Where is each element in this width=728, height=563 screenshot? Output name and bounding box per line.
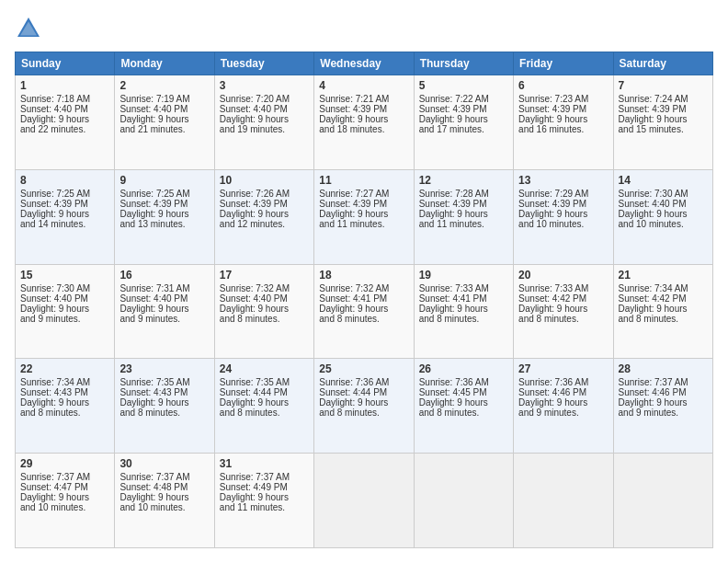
calendar-row: 8Sunrise: 7:25 AMSunset: 4:39 PMDaylight… [16,169,713,264]
calendar-cell: 1Sunrise: 7:18 AMSunset: 4:40 PMDaylight… [16,75,115,170]
cell-line: Sunset: 4:47 PM [20,482,109,492]
day-number: 8 [20,174,109,187]
cell-line: Daylight: 9 hours [419,209,508,219]
cell-line: Sunset: 4:40 PM [20,293,109,304]
cell-line: Daylight: 9 hours [220,397,309,408]
cell-line: Daylight: 9 hours [419,397,508,408]
calendar-cell: 24Sunrise: 7:35 AMSunset: 4:44 PMDayligh… [214,359,313,454]
cell-line: Daylight: 9 hours [319,114,408,124]
calendar-cell: 25Sunrise: 7:36 AMSunset: 4:44 PMDayligh… [314,359,414,454]
calendar-cell: 14Sunrise: 7:30 AMSunset: 4:40 PMDayligh… [613,169,712,264]
calendar-cell: 31Sunrise: 7:37 AMSunset: 4:49 PMDayligh… [214,454,313,548]
cell-line: Sunrise: 7:20 AM [220,94,309,104]
cell-line: Sunset: 4:39 PM [319,199,408,209]
cell-line: Daylight: 9 hours [20,304,109,314]
cell-line: Sunset: 4:40 PM [20,104,109,114]
cell-line: Sunset: 4:44 PM [220,387,309,397]
calendar-cell [613,454,712,548]
cell-line: Daylight: 9 hours [619,114,708,124]
cell-line: Sunrise: 7:37 AM [20,472,109,482]
cell-line: Daylight: 9 hours [119,114,209,124]
cell-line: Sunset: 4:42 PM [619,293,708,304]
calendar-cell: 20Sunrise: 7:33 AMSunset: 4:42 PMDayligh… [514,264,613,359]
cell-line: Daylight: 9 hours [518,397,608,408]
cell-line: Daylight: 9 hours [220,209,309,219]
cell-line: and 12 minutes. [220,219,309,229]
day-number: 30 [119,457,209,470]
day-number: 18 [319,269,408,282]
cell-line: Sunrise: 7:37 AM [220,472,309,482]
cell-line: Sunset: 4:40 PM [119,293,209,304]
cell-line: Sunset: 4:45 PM [419,387,508,397]
cell-line: Daylight: 9 hours [619,209,708,219]
cell-line: and 8 minutes. [419,408,508,418]
cell-line: Sunrise: 7:35 AM [119,377,209,387]
day-number: 5 [419,79,508,92]
cell-line: Sunset: 4:44 PM [319,387,408,397]
calendar-table: SundayMondayTuesdayWednesdayThursdayFrid… [15,52,713,548]
day-number: 26 [419,362,508,375]
calendar-row: 29Sunrise: 7:37 AMSunset: 4:47 PMDayligh… [16,454,713,548]
cell-line: Sunrise: 7:28 AM [419,189,508,199]
cell-line: and 8 minutes. [20,408,109,418]
header-cell-thursday: Thursday [414,52,513,75]
cell-line: Sunrise: 7:23 AM [518,94,608,104]
calendar-cell: 22Sunrise: 7:34 AMSunset: 4:43 PMDayligh… [16,359,115,454]
cell-line: Sunrise: 7:32 AM [220,283,309,293]
day-number: 19 [419,269,508,282]
calendar-cell: 5Sunrise: 7:22 AMSunset: 4:39 PMDaylight… [414,75,513,170]
cell-line: and 8 minutes. [119,408,209,418]
cell-line: Daylight: 9 hours [20,114,109,124]
day-number: 4 [319,79,408,92]
day-number: 11 [319,174,408,187]
cell-line: Daylight: 9 hours [518,114,608,124]
header [15,15,713,42]
day-number: 27 [518,362,608,375]
cell-line: and 9 minutes. [20,314,109,324]
cell-line: Sunrise: 7:37 AM [619,377,708,387]
cell-line: Daylight: 9 hours [518,209,608,219]
day-number: 1 [20,79,109,92]
calendar-cell: 4Sunrise: 7:21 AMSunset: 4:39 PMDaylight… [314,75,414,170]
calendar-cell: 26Sunrise: 7:36 AMSunset: 4:45 PMDayligh… [414,359,513,454]
day-number: 21 [619,269,708,282]
cell-line: Sunrise: 7:36 AM [319,377,408,387]
day-number: 20 [518,269,608,282]
cell-line: Sunset: 4:39 PM [419,104,508,114]
cell-line: Sunset: 4:41 PM [419,293,508,304]
day-number: 12 [419,174,508,187]
cell-line: Daylight: 9 hours [119,209,209,219]
calendar-cell: 6Sunrise: 7:23 AMSunset: 4:39 PMDaylight… [514,75,613,170]
cell-line: and 15 minutes. [619,124,708,134]
cell-line: Sunset: 4:39 PM [319,104,408,114]
cell-line: Sunset: 4:46 PM [518,387,608,397]
day-number: 10 [220,174,309,187]
calendar-cell: 10Sunrise: 7:26 AMSunset: 4:39 PMDayligh… [214,169,313,264]
day-number: 16 [119,269,209,282]
cell-line: Sunset: 4:40 PM [619,199,708,209]
day-number: 7 [619,79,708,92]
calendar-cell: 13Sunrise: 7:29 AMSunset: 4:39 PMDayligh… [514,169,613,264]
day-number: 9 [119,174,209,187]
cell-line: Sunset: 4:43 PM [119,387,209,397]
cell-line: Daylight: 9 hours [619,397,708,408]
cell-line: Sunrise: 7:25 AM [20,189,109,199]
cell-line: Sunrise: 7:34 AM [619,283,708,293]
day-number: 23 [119,362,209,375]
cell-line: Sunrise: 7:27 AM [319,189,408,199]
cell-line: Sunrise: 7:37 AM [119,472,209,482]
day-number: 13 [518,174,608,187]
header-cell-saturday: Saturday [613,52,712,75]
calendar-cell: 3Sunrise: 7:20 AMSunset: 4:40 PMDaylight… [214,75,313,170]
day-number: 28 [619,362,708,375]
cell-line: Sunrise: 7:31 AM [119,283,209,293]
cell-line: Sunset: 4:41 PM [319,293,408,304]
cell-line: Daylight: 9 hours [319,397,408,408]
day-number: 2 [119,79,209,92]
cell-line: and 21 minutes. [119,124,209,134]
cell-line: Daylight: 9 hours [619,304,708,314]
calendar-cell: 28Sunrise: 7:37 AMSunset: 4:46 PMDayligh… [613,359,712,454]
cell-line: Daylight: 9 hours [419,114,508,124]
cell-line: and 9 minutes. [619,408,708,418]
cell-line: and 9 minutes. [518,408,608,418]
